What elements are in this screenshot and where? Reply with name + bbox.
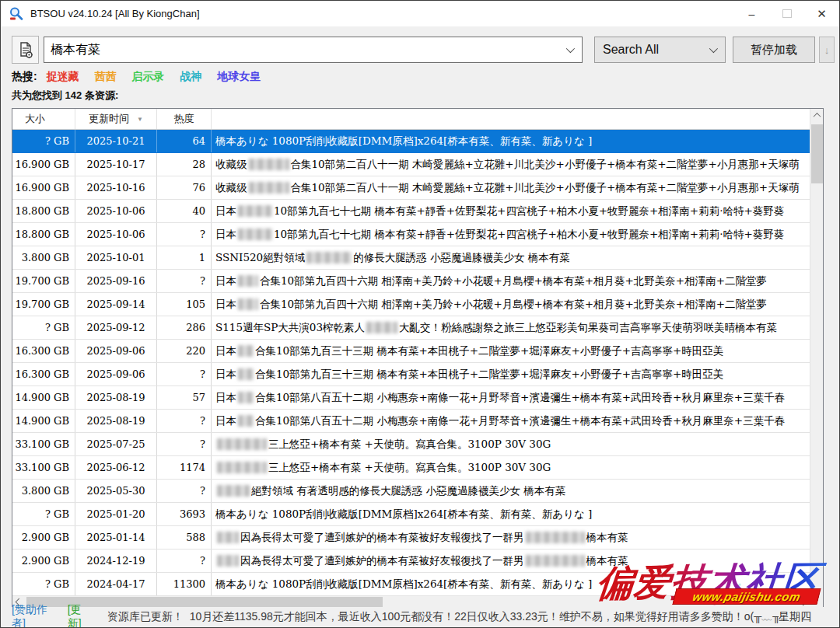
censored-blur: [526, 532, 585, 543]
row-size: 16.300 GB: [12, 340, 75, 362]
search-engine-value: Search All: [603, 43, 659, 57]
table-row[interactable]: ? GB2025-01-203693橋本ありな 1080P刮削收藏版[DMM原档…: [12, 503, 810, 526]
chevron-down-icon[interactable]: [566, 44, 575, 53]
censored-blur: [217, 555, 239, 567]
hot-search-link-5[interactable]: 地球女皇: [217, 70, 261, 82]
column-header-title[interactable]: [212, 109, 810, 129]
title-text: 合集10部第九百三十三期 橋本有菜+本田桃子+二階堂夢+堀澤麻友+小野優子+吉高…: [255, 368, 723, 382]
row-size: 16.900 GB: [12, 176, 75, 199]
row-title: 收藏级合集10部第二百八十一期 木崎愛麗絲+立花雛+川北美沙+小野優子+橋本有菜…: [212, 176, 810, 199]
title-text: 合集10部第九百四十六期 相澤南+美乃鈴+小花暖+月島櫻+橋本有菜+相月葵+北野…: [260, 274, 767, 288]
title-text: 合集10部第二百八十一期 木崎愛麗絲+立花雛+川北美沙+小野優子+橋本有菜+二階…: [291, 158, 800, 172]
title-text: 的修長大腿誘惑 小惡魔過膝襪美少女 橋本有菜: [353, 251, 570, 265]
title-text: 大亂交！粉絲感謝祭之旅三上悠亞彩美旬果葵司吉高寧寧天使萌羽咲美晴橋本有菜: [399, 321, 777, 335]
vertical-scrollbar-thumb[interactable]: [811, 124, 823, 183]
search-input[interactable]: 橋本有菜: [44, 37, 583, 63]
row-date: 2025-06-12: [75, 456, 157, 479]
row-title: 日本合集10部第八百五十二期 小梅惠奈+南條一花+月野琴音+濱邊彌生+橋本有菜+…: [212, 386, 810, 409]
row-date: 2025-09-12: [75, 316, 157, 339]
row-date: 2025-01-20: [75, 503, 157, 525]
row-date: 2025-10-06: [75, 223, 157, 246]
vertical-scrollbar[interactable]: [810, 109, 823, 595]
table-row[interactable]: 33.100 GB2025-06-121174 三上悠亞+橋本有菜 +天使萌。寫…: [12, 456, 810, 480]
row-heat: ?: [157, 270, 212, 292]
title-text: 日本: [215, 298, 236, 312]
title-text: 收藏级: [215, 181, 247, 195]
title-text: 合集10部第二百八十一期 木崎愛麗絲+立花雛+川北美沙+小野優子+橋本有菜+二階…: [291, 181, 800, 195]
hot-search-link-3[interactable]: 启示录: [131, 70, 164, 82]
table-row[interactable]: 16.900 GB2025-10-1676收藏级合集10部第二百八十一期 木崎愛…: [12, 176, 810, 200]
row-size: ? GB: [12, 573, 75, 595]
row-heat: 286: [157, 316, 212, 339]
hot-search-label: 热搜:: [12, 70, 37, 82]
censored-blur: [238, 368, 254, 380]
maximize-button[interactable]: [769, 1, 804, 26]
sponsor-author-link[interactable]: [赞助作者]: [12, 603, 61, 628]
row-heat: ?: [157, 433, 212, 455]
row-size: 3.800 GB: [12, 480, 75, 502]
table-row[interactable]: 33.100 GB2025-07-25? 三上悠亞+橋本有菜 +天使萌。寫真合集…: [12, 433, 810, 456]
title-text: 因為長得太可愛了遭到嫉妒的橋本有菜被好友報復找了一群男: [240, 554, 524, 568]
results-table: 大小 更新时间 ▼ 热度 ? GB2025-10-2164橋本ありな 1080P…: [12, 108, 824, 609]
row-heat: 64: [157, 130, 212, 152]
watermark-url-text: www.paijishu.com: [691, 590, 803, 603]
row-heat: ?: [157, 363, 212, 386]
search-engine-select[interactable]: Search All: [594, 37, 726, 63]
censored-blur: [238, 275, 258, 287]
hot-search-link-2[interactable]: 茜茜: [94, 70, 116, 82]
row-heat: ?: [157, 410, 212, 432]
watermark-url-banner: www.paijishu.com: [672, 588, 821, 605]
table-row[interactable]: 2.900 GB2025-01-14588 因為長得太可愛了遭到嫉妒的橋本有菜被…: [12, 526, 810, 550]
title-text: 橋本ありな 1080P刮削收藏版[DMM原档]x264[桥本有菜、新有菜、新あり…: [215, 134, 592, 148]
table-row[interactable]: 3.800 GB2025-05-30?絕對領域 有著透明感的修長大腿誘惑 小惡魔…: [12, 480, 810, 503]
table-row[interactable]: 16.900 GB2025-10-1728收藏级合集10部第二百八十一期 木崎愛…: [12, 153, 810, 176]
table-row[interactable]: 19.700 GB2025-09-16?日本合集10部第九百四十六期 相澤南+美…: [12, 270, 810, 293]
row-date: 2025-09-06: [75, 363, 157, 386]
title-text: 橋本有菜: [586, 531, 628, 545]
title-text: 日本: [215, 204, 236, 218]
title-text: 合集10部第八百五十二期 小梅惠奈+南條一花+月野琴音+濱邊彌生+橋本有菜+武田…: [255, 391, 785, 405]
chevron-down-icon: [709, 44, 718, 53]
scroll-up-button[interactable]: [810, 109, 824, 122]
table-row[interactable]: ? GB2025-10-2164橋本ありな 1080P刮削收藏版[DMM原档]x…: [12, 130, 810, 153]
search-settings-button[interactable]: [12, 36, 39, 64]
table-row[interactable]: ? GB2025-09-12286S115週年SP大共演03榨乾素人大亂交！粉絲…: [12, 316, 810, 340]
row-heat: 3693: [157, 503, 212, 525]
minimize-button[interactable]: –: [734, 1, 769, 26]
table-row[interactable]: 3.800 GB2025-10-011SSNI520絕對領域 的修長大腿誘惑 小…: [12, 246, 810, 270]
title-text: 10部第九百七十七期 橋本有菜+靜香+佐野梨花+四宮桃子+柏木小夏+牧野麗奈+相…: [274, 228, 784, 242]
table-row[interactable]: 16.300 GB2025-09-06?日本合集10部第九百三十三期 橋本有菜+…: [12, 363, 810, 386]
row-title: 日本合集10部第九百三十三期 橋本有菜+本田桃子+二階堂夢+堀澤麻友+小野優子+…: [212, 340, 810, 362]
table-row[interactable]: 14.900 GB2025-08-19?日本合集10部第八百五十二期 小梅惠奈+…: [12, 410, 810, 433]
hot-search-link-1[interactable]: 捉迷藏: [47, 70, 79, 82]
table-row[interactable]: 18.800 GB2025-10-06?日本10部第九百七十七期 橋本有菜+靜香…: [12, 223, 810, 246]
table-row[interactable]: 19.700 GB2025-09-14105日本合集10部第九百四十六期 相澤南…: [12, 293, 810, 316]
row-date: 2025-01-14: [75, 526, 157, 549]
column-header-date[interactable]: 更新时间 ▼: [75, 109, 157, 129]
title-text: 三上悠亞+橋本有菜 +天使萌。寫真合集。3100P 30V 30G: [268, 461, 551, 475]
hot-search-link-4[interactable]: 战神: [180, 70, 201, 82]
app-window: BTSOU v24.10.24 [All By KiongChan] – ✕: [0, 0, 840, 628]
title-text: 三上悠亞+橋本有菜 +天使萌。寫真合集。3100P 30V 30G: [268, 438, 551, 452]
row-heat: 11300: [157, 573, 212, 595]
pause-loading-button[interactable]: 暂停加载: [733, 37, 815, 63]
row-size: 19.700 GB: [12, 293, 75, 316]
title-bar[interactable]: BTSOU v24.10.24 [All By KiongChan] – ✕: [1, 1, 839, 26]
document-gear-icon: [17, 40, 34, 59]
column-header-size[interactable]: 大小: [12, 109, 75, 129]
app-logo-magnifier-icon: [9, 6, 24, 22]
download-arrow-button[interactable]: ↓: [819, 37, 835, 63]
row-size: ? GB: [12, 130, 75, 152]
table-row[interactable]: 16.300 GB2025-09-06220日本合集10部第九百三十三期 橋本有…: [12, 340, 810, 363]
update-link[interactable]: [更新]: [68, 603, 95, 628]
close-button[interactable]: ✕: [804, 1, 839, 26]
column-header-heat[interactable]: 热度: [157, 109, 212, 129]
row-size: 19.700 GB: [12, 270, 75, 292]
table-row[interactable]: 18.800 GB2025-10-0640日本10部第九百七十七期 橋本有菜+靜…: [12, 200, 810, 223]
title-text: 日本: [215, 228, 236, 242]
row-heat: 105: [157, 293, 212, 316]
censored-blur: [238, 392, 254, 403]
row-date: 2025-09-06: [75, 340, 157, 362]
table-row[interactable]: 14.900 GB2025-08-1957日本合集10部第八百五十二期 小梅惠奈…: [12, 386, 810, 410]
weekday-label: 星期四: [779, 610, 811, 624]
